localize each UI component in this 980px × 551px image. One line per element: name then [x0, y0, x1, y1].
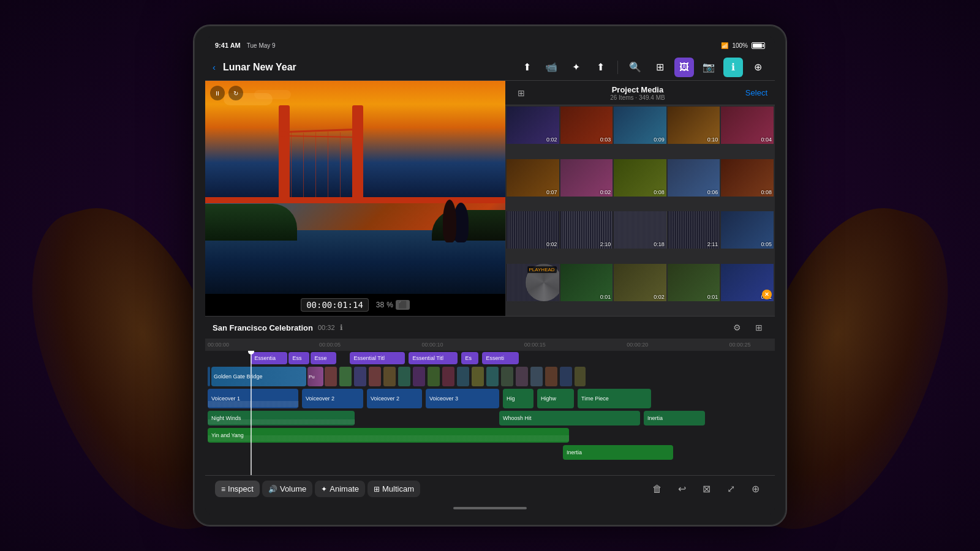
- title-clip-6[interactable]: Es: [461, 352, 478, 364]
- video-clip-broll-19[interactable]: [575, 367, 586, 386]
- inspect-button[interactable]: ≡ Inspect: [215, 481, 260, 497]
- search-button[interactable]: 🔍: [625, 58, 645, 77]
- video-clip-broll-9[interactable]: [428, 367, 440, 386]
- main-content: ⏸ ↻ 00:00:01:14 38 %: [205, 81, 775, 316]
- voiceover-clip-3[interactable]: Voiceover 2: [367, 389, 422, 408]
- split-button[interactable]: ⊠: [696, 479, 716, 499]
- media-thumb-20[interactable]: 0:01 ✕: [721, 264, 774, 301]
- toolbar-divider: [617, 61, 618, 74]
- video-clip-broll-17[interactable]: [545, 367, 557, 386]
- video-clip-broll-5[interactable]: [369, 367, 381, 386]
- video-clip-broll-8[interactable]: [413, 367, 425, 386]
- media-thumb-12[interactable]: 2:10: [560, 211, 613, 249]
- voiceover-clip-2[interactable]: Voiceover 2: [302, 389, 363, 408]
- timeline-settings-button[interactable]: ⚙: [728, 319, 745, 336]
- export-button[interactable]: ⬆: [590, 58, 610, 77]
- home-bar[interactable]: [453, 507, 527, 509]
- volume-button[interactable]: 🔊 Volume: [262, 481, 312, 497]
- more-tools-button[interactable]: ⊕: [745, 479, 765, 499]
- zoom-indicator: 38 % ⬛: [376, 300, 410, 310]
- expand-button[interactable]: ⤢: [721, 479, 741, 499]
- status-time: 9:41 AM: [215, 42, 241, 49]
- media-thumb-13[interactable]: 0:18: [614, 211, 666, 249]
- title-clip-4[interactable]: Essential Titl: [350, 352, 405, 364]
- timeline-zoom-button[interactable]: ⊞: [750, 319, 767, 336]
- voiceover-clip-5[interactable]: Hig: [503, 389, 533, 408]
- video-clip-broll-11[interactable]: [457, 367, 469, 386]
- video-clip-broll-18[interactable]: [560, 367, 572, 386]
- media-thumb-3[interactable]: 0:09: [614, 107, 666, 144]
- media-thumb-17[interactable]: 0:01: [560, 264, 613, 301]
- title-clip-1[interactable]: Essentia: [251, 352, 287, 364]
- title-clip-5[interactable]: Essential Titl: [409, 352, 458, 364]
- timeline-tracks: Essentia Ess Esse Essential Titl Essenti…: [205, 351, 775, 475]
- timeline-info-button[interactable]: ℹ: [340, 323, 343, 332]
- voiceover-clip-6[interactable]: Highw: [537, 389, 574, 408]
- media-thumb-1[interactable]: 0:02: [507, 107, 559, 144]
- timeline-ruler: 00:00:00 00:00:05 00:00:10 00:00:15 00:0…: [205, 339, 775, 351]
- music-clip-yin-yang[interactable]: Yin and Yang: [208, 428, 569, 443]
- media-thumb-14[interactable]: 2:11: [668, 211, 720, 249]
- media-thumb-9[interactable]: 0:06: [668, 159, 720, 197]
- video-clip-broll-15[interactable]: [516, 367, 528, 386]
- video-clip-broll-3[interactable]: [339, 367, 352, 386]
- animate-button[interactable]: ✦ Animate: [315, 481, 365, 497]
- voiceover-clip-7[interactable]: Time Piece: [578, 389, 651, 408]
- camera2-button[interactable]: 📷: [699, 58, 718, 77]
- media-thumb-19[interactable]: 0:01: [668, 264, 720, 301]
- video-preview[interactable]: ⏸ ↻: [205, 81, 505, 294]
- media-thumb-15[interactable]: 0:05: [721, 211, 774, 249]
- multicam-button[interactable]: ⊞ Multicam: [368, 481, 420, 497]
- sfx-clip-inertia-1[interactable]: Inertia: [644, 411, 705, 425]
- video-clip-broll-7[interactable]: [398, 367, 410, 386]
- more-button[interactable]: ⊕: [748, 58, 767, 77]
- top-toolbar: ‹ Lunar New Year ⬆ 📹 ✦ ⬆ 🔍 ⊞ 🖼 📷 ℹ ⊕: [205, 54, 775, 81]
- video-clip-broll-16[interactable]: [530, 367, 543, 386]
- media-thumb-11[interactable]: 0:02: [507, 211, 559, 249]
- video-clip-broll-6[interactable]: [383, 367, 396, 386]
- close-thumb-button[interactable]: ✕: [762, 290, 772, 299]
- select-button[interactable]: Select: [745, 88, 767, 97]
- status-bar: 9:41 AM Tue May 9 📶 100%: [205, 37, 775, 54]
- title-clip-7[interactable]: Essenti: [482, 352, 519, 364]
- music-clip-inertia[interactable]: Inertia: [563, 445, 673, 460]
- undo-button[interactable]: ↩: [672, 479, 692, 499]
- delete-button[interactable]: 🗑: [647, 479, 667, 499]
- star-button[interactable]: ✦: [566, 58, 586, 77]
- media-thumb-10[interactable]: 0:08: [721, 159, 774, 197]
- sfx-clip-whoosh[interactable]: Whoosh Hit: [499, 411, 640, 425]
- title-clip-3[interactable]: Esse: [311, 352, 336, 364]
- loop-button[interactable]: ↻: [228, 86, 243, 100]
- video-clip-broll-13[interactable]: [486, 367, 499, 386]
- media-thumb-6[interactable]: 0:07: [507, 159, 559, 197]
- video-clip-broll-12[interactable]: [472, 367, 484, 386]
- thumb-duration-3: 0:09: [654, 137, 665, 143]
- voiceover-clip-1[interactable]: Voiceover 1: [208, 389, 298, 408]
- media-thumb-5[interactable]: 0:04: [721, 107, 774, 144]
- video-clip-broll-14[interactable]: [501, 367, 513, 386]
- grid-toggle-button[interactable]: ⊞: [650, 58, 669, 77]
- video-clip-broll-2[interactable]: [325, 367, 337, 386]
- media-thumb-18[interactable]: 0:02: [614, 264, 666, 301]
- media-thumb-2[interactable]: 0:03: [560, 107, 613, 144]
- photos-button[interactable]: 🖼: [674, 58, 694, 77]
- video-clip-broll-4[interactable]: [354, 367, 366, 386]
- media-grid-button[interactable]: ⊞: [513, 84, 530, 102]
- video-track: Golden Gate Bridge Pu: [205, 365, 775, 388]
- sfx-clip-night-winds[interactable]: Night Winds: [208, 411, 355, 425]
- back-button[interactable]: ‹: [213, 62, 216, 72]
- video-clip-broll-1[interactable]: Pu: [307, 367, 323, 386]
- share-button[interactable]: ⬆: [517, 58, 537, 77]
- video-clip-main[interactable]: Golden Gate Bridge: [211, 367, 306, 386]
- video-clip-broll-10[interactable]: [442, 367, 454, 386]
- thumb-duration-19: 0:01: [707, 294, 718, 300]
- media-thumb-4[interactable]: 0:10: [668, 107, 720, 144]
- voiceover-clip-4[interactable]: Voiceover 3: [426, 389, 499, 408]
- camera-button[interactable]: 📹: [541, 58, 561, 77]
- pause-button[interactable]: ⏸: [210, 86, 225, 100]
- media-thumb-8[interactable]: 0:08: [614, 159, 666, 197]
- media-thumb-7[interactable]: 0:02: [560, 159, 613, 197]
- media-thumb-16[interactable]: PLAYHEAD: [507, 264, 559, 301]
- title-clip-2[interactable]: Ess: [288, 352, 309, 364]
- info-button[interactable]: ℹ: [723, 58, 743, 77]
